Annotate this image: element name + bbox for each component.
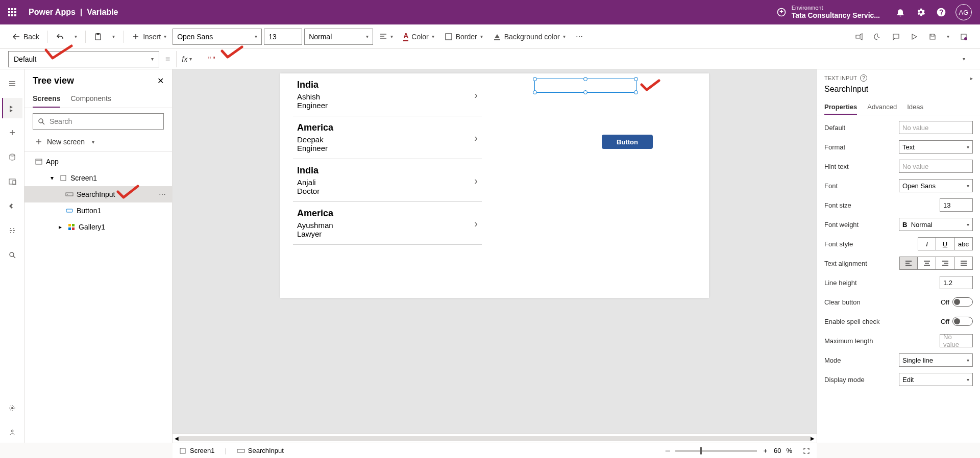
prop-lineheight-input[interactable]: 1.2 bbox=[940, 276, 973, 289]
tab-properties[interactable]: Properties bbox=[824, 100, 857, 115]
color-button[interactable]: AColor▾ bbox=[399, 29, 438, 45]
prop-maxlen-label: Maximum length bbox=[824, 337, 873, 345]
tree-panel: Tree view ✕ Screens Components New scree… bbox=[24, 69, 173, 443]
comments-button[interactable] bbox=[888, 29, 904, 45]
chevron-right-icon[interactable]: › bbox=[474, 217, 478, 229]
canvas-horizontal-scrollbar[interactable]: ◀▶ bbox=[173, 434, 817, 443]
button-icon bbox=[65, 207, 74, 215]
button-control[interactable]: Button bbox=[602, 135, 653, 149]
waffle-icon[interactable] bbox=[4, 4, 20, 20]
tree-view-icon[interactable] bbox=[2, 98, 22, 118]
gallery-item[interactable]: America Deepak Engineer › bbox=[293, 116, 482, 159]
paste-dropdown[interactable]: ▾ bbox=[108, 29, 119, 45]
help-icon[interactable] bbox=[931, 0, 951, 24]
prop-clear-toggle[interactable] bbox=[952, 297, 973, 307]
media-rail-icon[interactable] bbox=[2, 171, 22, 192]
font-weight-select[interactable]: Normal▾ bbox=[304, 29, 373, 45]
tree-item-screen1[interactable]: ▾ Screen1 bbox=[24, 170, 172, 186]
new-screen-button[interactable]: New screen ▾ bbox=[24, 135, 172, 149]
hamburger-icon[interactable] bbox=[2, 73, 22, 94]
app-checker-button[interactable] bbox=[869, 29, 886, 45]
prop-fontweight-select[interactable]: B Normal▾ bbox=[899, 218, 973, 231]
chevron-right-icon[interactable]: ▸ bbox=[56, 223, 64, 231]
save-button[interactable] bbox=[924, 29, 941, 45]
prop-displaymode-select[interactable]: Edit▾ bbox=[899, 373, 973, 386]
undo-button[interactable] bbox=[52, 29, 68, 45]
gallery-sub2: Doctor bbox=[297, 187, 478, 195]
property-select[interactable]: Default▾ bbox=[8, 51, 159, 67]
gallery-sub1: Anjali bbox=[297, 178, 478, 187]
powerfx-rail-icon[interactable] bbox=[2, 196, 22, 216]
prop-font-select[interactable]: Open Sans▾ bbox=[899, 179, 973, 192]
settings-icon[interactable] bbox=[911, 0, 931, 24]
virtualagent-rail-icon[interactable] bbox=[2, 422, 22, 443]
gallery-title: America bbox=[297, 208, 478, 219]
gallery-item[interactable]: India Anjali Doctor › bbox=[293, 159, 482, 202]
gallery-item[interactable]: America Ayushman Lawyer › bbox=[293, 202, 482, 245]
formula-expand-button[interactable]: ▾ bbox=[955, 56, 972, 62]
user-avatar[interactable]: AG bbox=[955, 4, 972, 20]
prop-fontsize-label: Font size bbox=[824, 201, 851, 209]
environment-selector[interactable]: Environment Tata Consultancy Servic... bbox=[776, 5, 880, 20]
tree-item-button1[interactable]: Button1 bbox=[24, 202, 172, 219]
prop-fontstyle-seg[interactable]: IUabc bbox=[918, 237, 973, 250]
align-button[interactable]: ▾ bbox=[375, 29, 397, 45]
info-icon[interactable]: ? bbox=[860, 74, 867, 82]
font-family-select[interactable]: Open Sans▾ bbox=[173, 29, 262, 45]
chevron-down-icon[interactable]: ▾ bbox=[48, 174, 56, 182]
bgcolor-button[interactable]: Background color▾ bbox=[489, 29, 570, 45]
prop-hint-label: Hint text bbox=[824, 163, 849, 170]
prop-mode-select[interactable]: Single line▾ bbox=[899, 353, 973, 367]
svg-rect-1 bbox=[96, 33, 100, 35]
prop-maxlen-input[interactable]: No value bbox=[940, 334, 973, 347]
settings-rail-icon[interactable] bbox=[2, 398, 22, 418]
tree-item-gallery1[interactable]: ▸ Gallery1 bbox=[24, 219, 172, 235]
formula-input[interactable] bbox=[203, 51, 949, 67]
close-tree-button[interactable]: ✕ bbox=[157, 76, 164, 86]
back-button[interactable]: Back bbox=[8, 29, 43, 45]
tab-components[interactable]: Components bbox=[70, 90, 111, 108]
tree-search-input[interactable] bbox=[50, 117, 159, 125]
save-dropdown[interactable]: ▾ bbox=[943, 29, 953, 45]
prop-fontsize-input[interactable]: 13 bbox=[940, 198, 973, 212]
preview-button[interactable] bbox=[906, 29, 922, 45]
prop-format-select[interactable]: Text▾ bbox=[899, 140, 973, 154]
variables-rail-icon[interactable] bbox=[2, 220, 22, 241]
plus-icon bbox=[35, 138, 43, 146]
insert-rail-icon[interactable] bbox=[2, 122, 22, 143]
tree-search-box[interactable] bbox=[33, 113, 164, 130]
font-size-input[interactable]: 13 bbox=[264, 29, 302, 45]
publish-button[interactable] bbox=[955, 29, 972, 45]
gallery-title: India bbox=[297, 80, 478, 90]
chevron-right-icon[interactable]: › bbox=[474, 174, 478, 186]
tab-screens[interactable]: Screens bbox=[33, 90, 60, 108]
prop-spell-toggle[interactable] bbox=[952, 317, 973, 326]
share-button[interactable] bbox=[851, 29, 867, 45]
border-button[interactable]: Border▾ bbox=[440, 29, 487, 45]
more-options-button[interactable]: ⋯ bbox=[572, 29, 587, 45]
undo-dropdown[interactable]: ▾ bbox=[70, 29, 81, 45]
prop-default-input[interactable]: No value bbox=[899, 121, 973, 134]
expand-props-icon[interactable]: ▸ bbox=[970, 75, 973, 81]
tree-item-app[interactable]: App bbox=[24, 154, 172, 170]
gallery-item[interactable]: India Ashish Engineer › bbox=[293, 73, 482, 116]
data-rail-icon[interactable] bbox=[2, 147, 22, 167]
fx-button[interactable]: fx▾ bbox=[176, 51, 197, 67]
gallery-control[interactable]: India Ashish Engineer ›America Deepak En… bbox=[293, 73, 482, 277]
paste-button[interactable] bbox=[90, 29, 106, 45]
prop-hint-input[interactable]: No value bbox=[899, 160, 973, 173]
prop-align-seg[interactable] bbox=[899, 257, 973, 270]
app-header: Power Apps | Variable Environment Tata C… bbox=[0, 0, 980, 24]
command-toolbar: Back ▾ ▾ Insert ▾ Open Sans▾ 13 Normal▾ … bbox=[0, 24, 980, 49]
tree-item-searchinput[interactable]: SearchInput ⋯ bbox=[24, 186, 172, 202]
design-canvas[interactable]: India Ashish Engineer ›America Deepak En… bbox=[280, 73, 709, 298]
more-icon[interactable]: ⋯ bbox=[159, 190, 166, 198]
insert-button[interactable]: Insert ▾ bbox=[128, 29, 170, 45]
searchinput-control[interactable] bbox=[534, 79, 636, 93]
notifications-icon[interactable] bbox=[890, 0, 911, 24]
tab-advanced[interactable]: Advanced bbox=[867, 100, 897, 115]
tab-ideas[interactable]: Ideas bbox=[907, 100, 923, 115]
chevron-right-icon[interactable]: › bbox=[474, 89, 478, 100]
search-rail-icon[interactable] bbox=[2, 245, 22, 265]
chevron-right-icon[interactable]: › bbox=[474, 132, 478, 143]
